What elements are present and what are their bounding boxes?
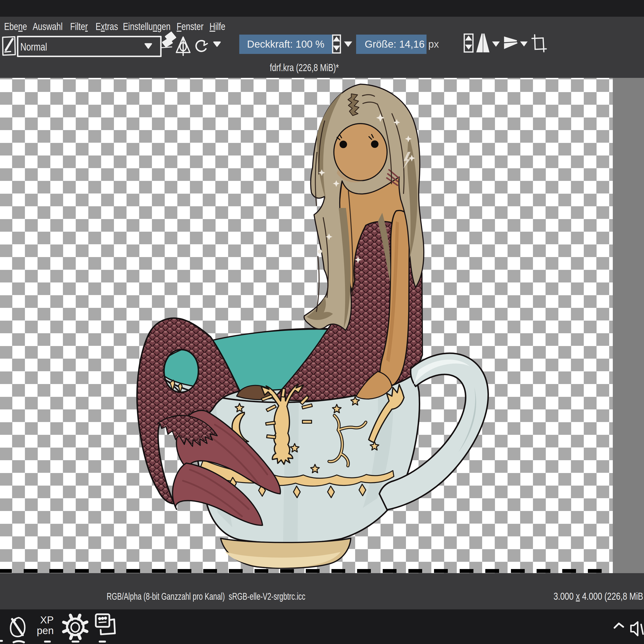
svg-text:Normal: Normal <box>20 41 47 53</box>
svg-text:pen: pen <box>37 625 54 636</box>
svg-text:Größe: 14,16: Größe: 14,16 <box>365 38 425 50</box>
svg-text:XP: XP <box>40 614 54 626</box>
svg-text:Deckkraft: 100 %: Deckkraft: 100 % <box>247 38 325 50</box>
svg-text:px: px <box>428 38 439 50</box>
